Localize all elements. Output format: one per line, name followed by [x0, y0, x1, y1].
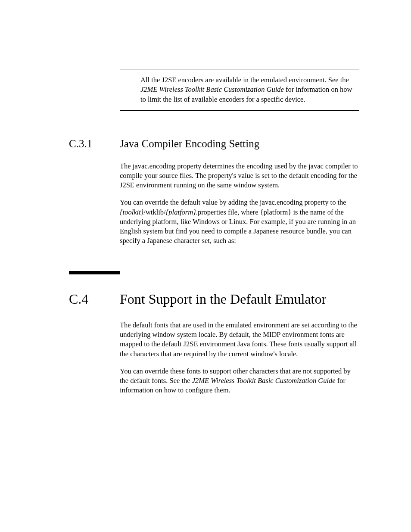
- note-block: All the J2SE encoders are available in t…: [120, 69, 359, 111]
- section-title: Font Support in the Default Emulator: [120, 290, 326, 308]
- section-divider-bar: [69, 271, 120, 274]
- section-title: Java Compiler Encoding Setting: [120, 137, 259, 151]
- note-italic-title: J2ME Wireless Toolkit Basic Customizatio…: [140, 85, 284, 93]
- placeholder-toolkit: {toolkit}: [120, 208, 143, 216]
- section-heading-c31: C.3.1 Java Compiler Encoding Setting: [69, 137, 359, 151]
- section-number: C.3.1: [69, 137, 120, 151]
- text-run: You can override the default value by ad…: [120, 198, 346, 206]
- section-heading-c4: C.4 Font Support in the Default Emulator: [69, 290, 359, 308]
- italic-title: J2ME Wireless Toolkit Basic Customizatio…: [192, 376, 336, 385]
- paragraph-c31-1: The javac.encoding property determines t…: [120, 162, 359, 190]
- placeholder-platform: {platform}: [166, 208, 196, 216]
- text-run: /wtklib/: [143, 208, 165, 216]
- paragraph-c4-1: The default fonts that are used in the e…: [120, 320, 359, 359]
- note-paragraph: All the J2SE encoders are available in t…: [140, 75, 359, 104]
- paragraph-c31-2: You can override the default value by ad…: [120, 198, 359, 246]
- paragraph-c4-2: You can override these fonts to support …: [120, 367, 359, 395]
- document-page: All the J2SE encoders are available in t…: [0, 0, 411, 403]
- note-text-prefix: All the J2SE encoders are available in t…: [140, 76, 349, 84]
- section-number: C.4: [69, 290, 120, 308]
